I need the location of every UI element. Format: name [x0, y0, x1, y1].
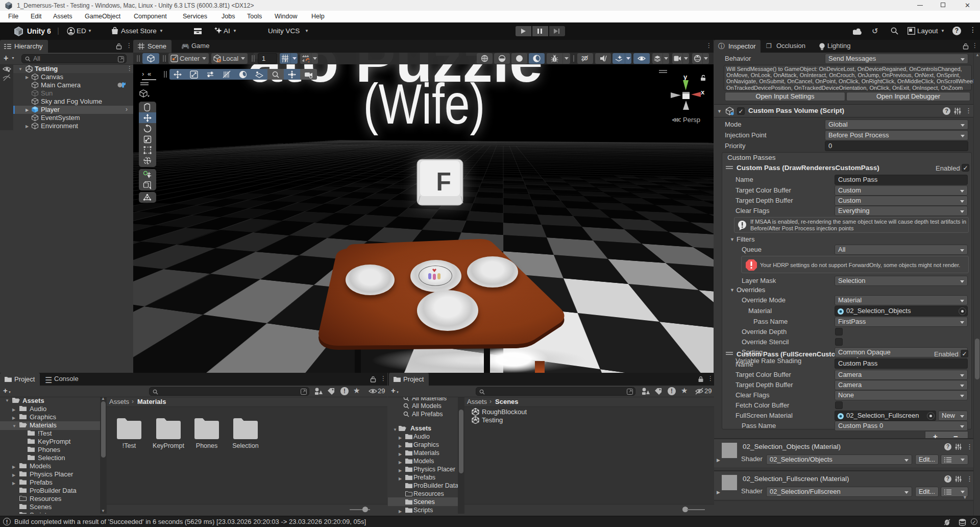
svg-text:F: F — [436, 167, 451, 196]
svg-text:Y: Y — [284, 59, 287, 62]
